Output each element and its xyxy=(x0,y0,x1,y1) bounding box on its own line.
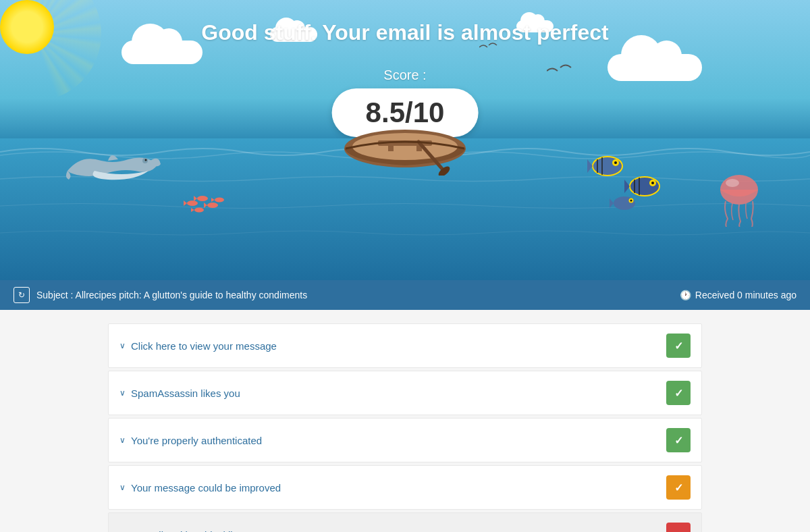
accordion-text-3: You're properly authenticated xyxy=(131,435,262,446)
svg-marker-19 xyxy=(184,201,187,206)
svg-point-17 xyxy=(145,159,147,161)
svg-marker-27 xyxy=(211,198,215,202)
accordion-badge-3: ✓ xyxy=(666,428,691,452)
svg-marker-25 xyxy=(191,208,194,212)
jellyfish-illustration xyxy=(716,166,763,230)
boat-illustration xyxy=(331,81,479,176)
svg-point-18 xyxy=(187,201,198,206)
clock-icon: 🕐 xyxy=(680,290,691,300)
chevron-icon-2: ∨ xyxy=(119,388,126,398)
accordion-badge-4: ✓ xyxy=(666,475,691,500)
accordion-text-1: Click here to view your message xyxy=(131,340,277,352)
accordion-text-4: Your message could be improved xyxy=(131,482,281,494)
svg-marker-21 xyxy=(194,196,197,201)
svg-point-20 xyxy=(197,196,208,201)
svg-point-10 xyxy=(352,133,458,160)
subject-text: Subject : Allrecipes pitch: A glutton's … xyxy=(36,290,307,300)
accordion-item-blacklists[interactable]: › You're listed in 3 blacklists -1.5 xyxy=(108,512,702,532)
svg-marker-23 xyxy=(204,203,207,208)
svg-point-24 xyxy=(194,208,204,213)
svg-marker-31 xyxy=(587,159,593,173)
accordion-label-view-message: ∨ Click here to view your message xyxy=(119,340,277,352)
cloud-1 xyxy=(122,41,202,64)
accordion-item-authentication[interactable]: ∨ You're properly authenticated ✓ xyxy=(108,418,702,462)
accordion-label-authentication: ∨ You're properly authenticated xyxy=(119,435,262,446)
received-text: Received 0 minutes ago xyxy=(695,290,796,300)
accordion-label-spamassassin: ∨ SpamAssassin likes you xyxy=(119,388,240,399)
dolphin-illustration xyxy=(61,140,162,194)
info-bar: ↻ Subject : Allrecipes pitch: A glutton'… xyxy=(0,280,810,310)
svg-point-34 xyxy=(614,161,617,164)
accordion-label-blacklists: › You're listed in 3 blacklists xyxy=(119,529,246,533)
svg-marker-38 xyxy=(624,180,630,193)
cloud-3 xyxy=(608,54,702,81)
chevron-icon-3: ∨ xyxy=(119,435,126,445)
svg-point-26 xyxy=(215,198,224,203)
refresh-icon[interactable]: ↻ xyxy=(14,287,30,303)
svg-point-47 xyxy=(726,179,739,187)
svg-marker-44 xyxy=(610,198,614,208)
accordion-item-spamassassin[interactable]: ∨ SpamAssassin likes you ✓ xyxy=(108,371,702,415)
svg-point-45 xyxy=(630,200,632,202)
svg-point-22 xyxy=(207,203,218,208)
accordion-badge-5: -1.5 xyxy=(666,523,691,532)
accordion-badge-2: ✓ xyxy=(666,381,691,405)
accordion-item-improve[interactable]: ∨ Your message could be improved ✓ xyxy=(108,465,702,510)
accordion-text-2: SpamAssassin likes you xyxy=(131,388,240,399)
accordion-list: ∨ Click here to view your message ✓ ∨ Sp… xyxy=(108,323,702,532)
accordion-label-improve: ∨ Your message could be improved xyxy=(119,482,281,494)
svg-point-41 xyxy=(651,182,654,184)
info-bar-left: ↻ Subject : Allrecipes pitch: A glutton'… xyxy=(14,287,307,303)
chevron-icon-5: › xyxy=(119,529,123,532)
fish-school-illustration xyxy=(182,186,250,223)
ocean-scene: Good stuff. Your email is almost perfect… xyxy=(0,0,810,280)
accordion-text-5: You're listed in 3 blacklists xyxy=(128,529,246,533)
accordion-item-view-message[interactable]: ∨ Click here to view your message ✓ xyxy=(108,323,702,368)
content-area: ∨ Click here to view your message ✓ ∨ Sp… xyxy=(0,310,810,532)
chevron-icon-1: ∨ xyxy=(119,341,126,350)
tropical-fish-illustration xyxy=(587,149,675,219)
info-bar-right: 🕐 Received 0 minutes ago xyxy=(680,290,796,300)
sun-decoration xyxy=(0,0,81,81)
main-title: Good stuff. Your email is almost perfect xyxy=(201,20,608,45)
chevron-icon-4: ∨ xyxy=(119,483,126,492)
accordion-badge-1: ✓ xyxy=(666,334,691,358)
birds-decoration xyxy=(547,61,580,84)
